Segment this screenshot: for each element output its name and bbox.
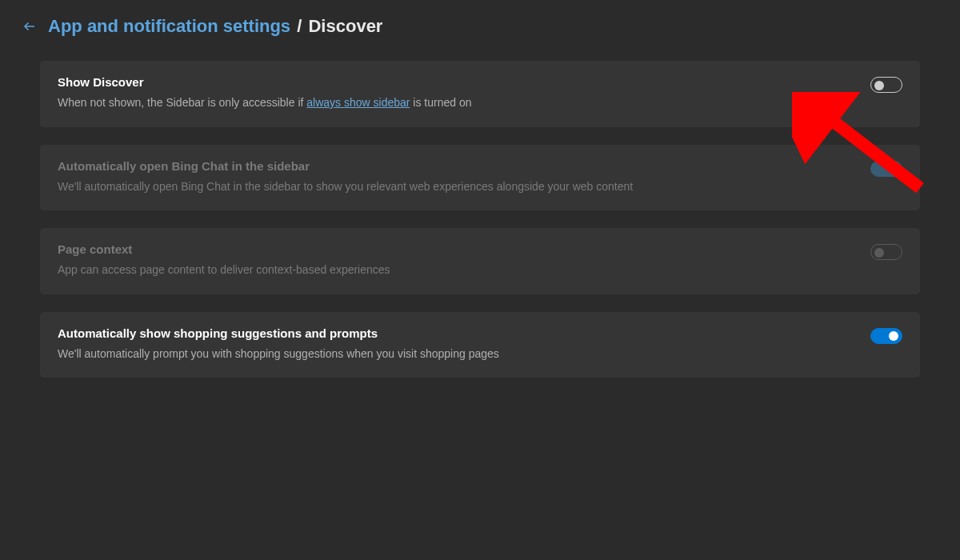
page-context-toggle <box>870 244 902 260</box>
desc-before: When not shown, the Sidebar is only acce… <box>58 96 306 109</box>
setting-desc: App can access page content to deliver c… <box>58 262 854 278</box>
setting-title: Page context <box>58 242 854 256</box>
setting-title: Automatically show shopping suggestions … <box>58 326 854 340</box>
setting-show-discover: Show Discover When not shown, the Sideba… <box>40 61 920 127</box>
setting-desc: When not shown, the Sidebar is only acce… <box>58 95 854 111</box>
page-header: App and notification settings / Discover <box>0 0 960 46</box>
breadcrumb: App and notification settings / Discover <box>48 16 382 37</box>
show-discover-toggle[interactable] <box>870 77 902 93</box>
setting-text: Automatically show shopping suggestions … <box>58 326 854 362</box>
shopping-suggestions-toggle[interactable] <box>870 328 902 344</box>
setting-page-context: Page context App can access page content… <box>40 228 920 294</box>
setting-desc: We'll automatically open Bing Chat in th… <box>58 179 854 195</box>
toggle-knob <box>889 331 898 341</box>
setting-title: Automatically open Bing Chat in the side… <box>58 159 854 173</box>
settings-list: Show Discover When not shown, the Sideba… <box>0 46 960 378</box>
setting-title: Show Discover <box>58 75 854 89</box>
breadcrumb-current: Discover <box>308 16 382 36</box>
setting-shopping-suggestions: Automatically show shopping suggestions … <box>40 312 920 378</box>
toggle-knob <box>874 248 884 258</box>
toggle-knob <box>874 81 884 90</box>
back-button[interactable] <box>22 19 37 34</box>
setting-text: Show Discover When not shown, the Sideba… <box>58 75 854 111</box>
always-show-sidebar-link[interactable]: always show sidebar <box>306 96 410 109</box>
bing-chat-toggle <box>870 161 902 177</box>
setting-text: Automatically open Bing Chat in the side… <box>58 159 854 195</box>
arrow-left-icon <box>22 19 37 34</box>
breadcrumb-parent[interactable]: App and notification settings <box>48 16 290 36</box>
setting-desc: We'll automatically prompt you with shop… <box>58 346 854 362</box>
breadcrumb-separator: / <box>297 16 302 36</box>
toggle-knob <box>889 164 898 174</box>
setting-text: Page context App can access page content… <box>58 242 854 278</box>
desc-after: is turned on <box>410 96 471 109</box>
setting-bing-chat-sidebar: Automatically open Bing Chat in the side… <box>40 145 920 211</box>
